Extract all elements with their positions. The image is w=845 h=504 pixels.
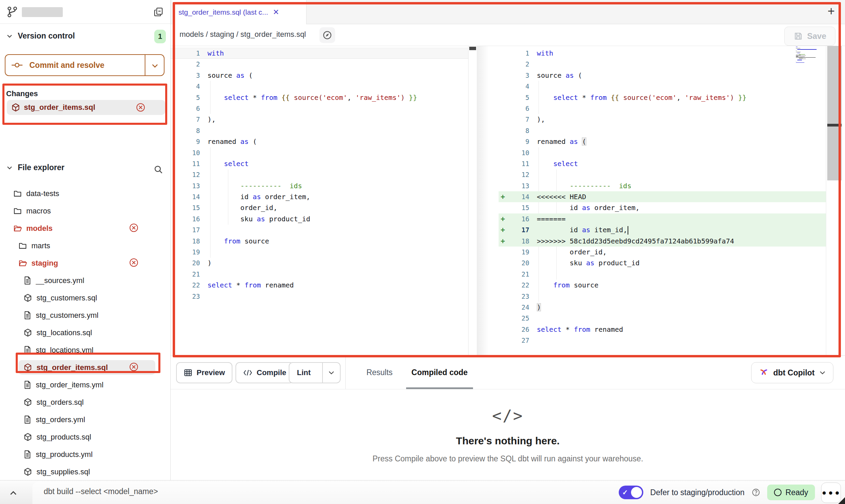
tab-stg-order-items[interactable]: stg_order_items.sql (last c... ✕ [172, 0, 306, 24]
code-line-4[interactable]: 4 [499, 81, 826, 92]
file-explorer-item-stg-orders-sql[interactable]: stg_orders.sql [0, 394, 170, 411]
code-line-14[interactable]: 14 id as order_item, [171, 191, 468, 202]
command-input[interactable]: dbt build --select <model_name> [44, 487, 158, 496]
code-line-13[interactable]: 13 ---------- ids [171, 180, 468, 191]
remove-x-icon[interactable] [129, 258, 139, 267]
chevron-up-icon[interactable] [9, 489, 18, 498]
code-line-7[interactable]: 7), [171, 114, 468, 125]
file-explorer-item-stg-order-items-sql[interactable]: stg_order_items.sql [0, 359, 170, 376]
code-line-17[interactable]: 17 [171, 224, 468, 235]
help-icon[interactable] [751, 488, 760, 497]
chevron-down-icon[interactable] [151, 62, 159, 70]
file-explorer-item--sources-yml[interactable]: __sources.yml [0, 272, 170, 289]
code-line-20[interactable]: 20) [171, 257, 468, 268]
code-line-22[interactable]: 22select * from renamed [171, 280, 468, 291]
code-line-7[interactable]: 7), [499, 114, 826, 125]
file-explorer-item-stg-products-sql[interactable]: stg_products.sql [0, 428, 170, 446]
compile-button[interactable]: Compile [235, 362, 294, 383]
code-line-10[interactable]: 10 [499, 147, 826, 158]
code-line-5[interactable]: 5 select * from {{ source('ecom', 'raw_i… [499, 92, 826, 103]
code-line-24[interactable]: 24) [499, 302, 826, 313]
remove-x-icon[interactable] [129, 223, 139, 233]
scrollbar-thumb[interactable] [469, 47, 476, 50]
file-explorer-item-staging[interactable]: staging [0, 254, 170, 272]
code-line-15[interactable]: 15 order_id, [171, 202, 468, 213]
version-control-section-header[interactable]: Version control [6, 31, 75, 41]
code-line-22[interactable]: 22 from source [499, 280, 826, 291]
revert-change-icon[interactable] [136, 103, 145, 112]
code-line-9[interactable]: 9renamed as ( [171, 136, 468, 147]
file-explorer-section-header[interactable]: File explorer [6, 163, 65, 172]
preview-button[interactable]: Preview [176, 362, 232, 383]
changed-file-item[interactable]: stg_order_items.sql [7, 100, 165, 115]
code-line-6[interactable]: 6 [499, 103, 826, 114]
branch-name-redacted[interactable] [22, 7, 63, 17]
new-tab-button[interactable]: + [828, 4, 835, 18]
code-line-17[interactable]: +17 id as item_id, [499, 224, 826, 235]
file-explorer-item-stg-customers-sql[interactable]: stg_customers.sql [0, 289, 170, 307]
code-line-5[interactable]: 5 select * from {{ source('ecom', 'raw_i… [171, 92, 468, 103]
code-line-14[interactable]: +14<<<<<<< HEAD [499, 191, 826, 202]
code-line-19[interactable]: 19 [171, 247, 468, 257]
lineage-compass-icon[interactable] [319, 27, 335, 43]
code-line-19[interactable]: 19 order_id, [499, 247, 826, 257]
commit-and-resolve-button[interactable]: Commit and resolve [5, 54, 164, 76]
defer-toggle[interactable]: ✓ [619, 486, 643, 499]
code-line-8[interactable]: 8 [171, 125, 468, 136]
code-line-12[interactable]: 12 [499, 169, 826, 180]
file-explorer-item-models[interactable]: models [0, 220, 170, 237]
minimap[interactable] [796, 47, 818, 67]
code-line-9[interactable]: 9renamed as ( [499, 136, 826, 147]
file-explorer-item-stg-locations-sql[interactable]: stg_locations.sql [0, 324, 170, 341]
lint-button[interactable]: Lint [289, 362, 341, 383]
code-line-21[interactable]: 21 [499, 269, 826, 280]
scrollbar-handle[interactable] [827, 124, 842, 127]
code-line-2[interactable]: 2 [171, 59, 468, 70]
code-line-1[interactable]: 1with [499, 48, 826, 59]
close-icon[interactable]: ✕ [273, 8, 279, 17]
code-line-26[interactable]: 26select * from renamed [499, 324, 826, 335]
copy-docs-icon[interactable] [153, 6, 164, 17]
compiled-code-tab[interactable]: Compiled code [406, 356, 473, 389]
code-line-3[interactable]: 3source as ( [499, 70, 826, 81]
code-line-15[interactable]: 15 id as order_item, [499, 202, 826, 213]
code-line-10[interactable]: 10 [171, 147, 468, 158]
right-pane-scrollbar[interactable] [827, 46, 842, 180]
code-line-20[interactable]: 20 sku as product_id [499, 257, 826, 268]
code-line-11[interactable]: 11 select [499, 158, 826, 169]
code-line-6[interactable]: 6 [171, 103, 468, 114]
code-line-13[interactable]: 13 ---------- ids [499, 180, 826, 191]
code-line-1[interactable]: 1with [171, 48, 468, 59]
code-line-2[interactable]: 2 [499, 59, 826, 70]
code-line-18[interactable]: +18>>>>>>> 58c1dd23d5eebd9cd2495fa7124ab… [499, 236, 826, 247]
code-line-16[interactable]: +16======= [499, 213, 826, 224]
results-tab[interactable]: Results [359, 356, 400, 389]
file-explorer-item-marts[interactable]: marts [0, 237, 170, 254]
code-line-4[interactable]: 4 [171, 81, 468, 92]
file-explorer-item-stg-supplies-sql[interactable]: stg_supplies.sql [0, 463, 170, 480]
status-badge[interactable]: Ready [767, 485, 815, 500]
file-explorer-item-macros[interactable]: macros [0, 202, 170, 220]
file-explorer-item-stg-order-items-yml[interactable]: stg_order_items.yml [0, 376, 170, 394]
left-pane-scrollbar[interactable] [468, 46, 477, 355]
remove-x-icon[interactable] [129, 362, 139, 372]
code-line-11[interactable]: 11 select [171, 158, 468, 169]
code-line-12[interactable]: 12 [171, 169, 468, 180]
code-line-8[interactable]: 8 [499, 125, 826, 136]
file-explorer-item-stg-locations-yml[interactable]: stg_locations.yml [0, 341, 170, 359]
file-explorer-item-stg-customers-yml[interactable]: stg_customers.yml [0, 307, 170, 324]
code-line-18[interactable]: 18 from source [171, 236, 468, 247]
code-line-27[interactable]: 27 [499, 335, 826, 346]
file-explorer-item-stg-products-yml[interactable]: stg_products.yml [0, 446, 170, 463]
code-line-25[interactable]: 25 [499, 313, 826, 324]
code-line-23[interactable]: 23 [171, 291, 468, 302]
code-line-3[interactable]: 3source as ( [171, 70, 468, 81]
code-line-21[interactable]: 21 [171, 269, 468, 280]
search-icon[interactable] [153, 164, 163, 175]
code-line-16[interactable]: 16 sku as product_id [171, 213, 468, 224]
dbt-copilot-button[interactable]: dbt Copilot [751, 362, 833, 383]
file-explorer-item-stg-orders-yml[interactable]: stg_orders.yml [0, 411, 170, 428]
chevron-down-icon[interactable] [322, 363, 340, 383]
code-line-23[interactable]: 23 [499, 291, 826, 302]
file-explorer-item-data-tests[interactable]: data-tests [0, 185, 170, 202]
